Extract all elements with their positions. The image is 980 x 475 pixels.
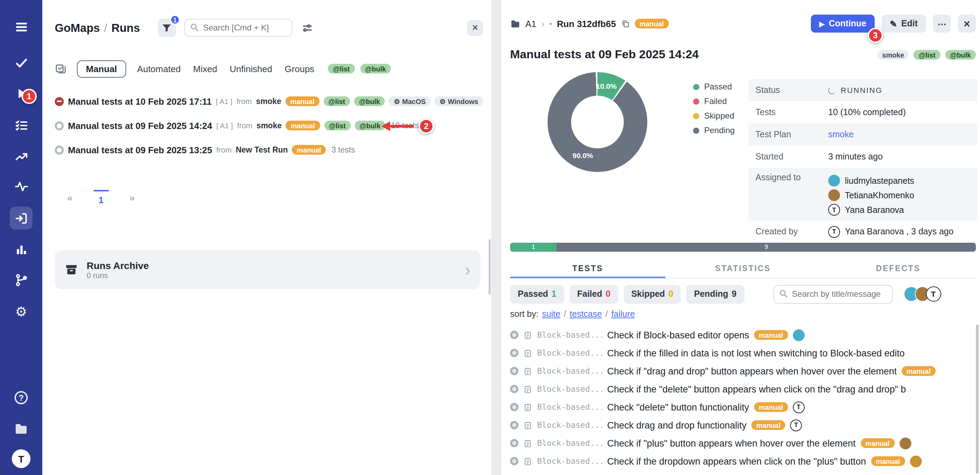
filter-count-badge: 1 [170,14,180,25]
run-env-badge: ⚙MacOS [389,96,431,106]
bulk-select-icon[interactable] [55,62,67,75]
test-row[interactable]: Block-based... Check if "plus" button ap… [510,434,977,452]
gear-icon: ⚙ [439,97,445,105]
legend-label: Failed [704,96,727,106]
pagination-next[interactable]: » [126,191,139,204]
breadcrumb-project[interactable]: A1 [525,18,536,29]
test-row[interactable]: Block-based... Check "delete" button fun… [510,398,977,416]
test-row[interactable]: Block-based... Check drag and drop funct… [510,416,977,434]
test-title[interactable]: Check if "drag and drop" button appears … [607,366,897,376]
assignee-avatar-stack[interactable]: T [908,286,941,302]
progress-segment-passed: 1 [510,243,557,252]
detail-row-tests: Tests 10 (10% completed) [749,101,977,123]
legend-dot [693,113,699,119]
tab-groups[interactable]: Groups [283,61,316,77]
results-donut-chart: 10.0% 90.0% [547,72,648,172]
tab-mixed[interactable]: Mixed [192,61,218,77]
test-status-icon [510,385,519,393]
run-detail-header: A1 › • Run 312dfb65 manual ▶ Continue ✎ … [510,14,976,33]
run-list-item[interactable]: Manual tests at 10 Feb 2025 17:11 [ A1 ]… [55,91,486,111]
pagination-prev[interactable]: « [63,191,77,204]
breadcrumb: GoMaps / Runs [55,21,140,34]
close-detail-button[interactable]: ✕ [958,14,976,33]
tab-automated[interactable]: Automated [136,61,182,77]
testcase-icon [523,438,532,448]
test-title[interactable]: Check if the filled in data is not lost … [607,348,904,358]
tab-statistics[interactable]: STATISTICS [665,258,821,278]
test-runs-active-icon[interactable] [10,207,33,230]
edit-button[interactable]: ✎ Edit [881,14,926,33]
sort-separator: / [605,309,608,319]
continue-button[interactable]: ▶ Continue [811,14,875,33]
test-status-icon [510,367,519,375]
test-title[interactable]: Check if Block-based editor opens [607,330,749,340]
run-type-badge: manual [635,19,668,29]
filter-skipped[interactable]: Skipped 0 [624,285,681,303]
left-panel-scrollbar[interactable] [488,239,491,295]
edit-label: Edit [901,19,918,29]
run-type-badge: manual [286,121,320,131]
filter-pending[interactable]: Pending 9 [686,285,745,303]
integrations-branch-icon[interactable] [13,271,30,289]
tests-search-input[interactable] [773,285,892,303]
run-progress-bar: 1 9 [510,243,976,252]
display-settings-icon[interactable] [299,19,316,36]
tests-check-icon[interactable] [13,54,30,72]
run-title: Manual tests at 10 Feb 2025 17:11 [68,96,212,107]
test-title[interactable]: Check "delete" button functionality [607,402,749,412]
donut-passed-label: 10.0% [596,82,617,90]
filter-button[interactable]: 1 [158,19,176,37]
user-avatar[interactable]: T [12,449,30,468]
close-panel-button[interactable]: ✕ [467,20,483,36]
projects-folder-icon[interactable] [13,420,30,438]
copy-icon[interactable] [620,19,630,28]
filter-failed[interactable]: Failed 0 [570,285,618,303]
close-icon: ✕ [472,23,479,33]
filter-passed[interactable]: Passed 1 [510,285,564,303]
sort-by-suite[interactable]: suite [542,309,560,319]
legend-dot [693,127,699,134]
tab-unfinished[interactable]: Unfinished [228,61,274,77]
tab-tests[interactable]: TESTS [510,258,665,278]
help-icon[interactable]: ? [13,389,30,406]
breadcrumb-app[interactable]: GoMaps [55,21,100,34]
more-button[interactable]: ⋯ [933,14,951,33]
test-title[interactable]: Check if the dropdown appears when click… [607,456,866,466]
test-title[interactable]: Check drag and drop functionality [607,420,746,430]
run-ref: [ A1 ] [216,97,232,105]
reports-bar-chart-icon[interactable] [13,241,30,258]
test-row[interactable]: Block-based... Check if the dropdown app… [510,452,977,470]
legend-failed: Failed [693,96,735,106]
tag-chip-list[interactable]: @list [328,64,355,73]
test-row[interactable]: Block-based... Check if "drag and drop" … [510,362,977,380]
test-row[interactable]: Block-based... [510,470,977,475]
more-icon: ⋯ [938,18,947,29]
pagination-page-1[interactable]: 1 [94,190,109,205]
tag-chip-bulk[interactable]: @bulk [360,64,391,73]
menu-icon[interactable] [13,18,30,35]
test-row[interactable]: Block-based... Check if the "delete" but… [510,380,977,398]
test-title[interactable]: Check if the "delete" button appears whe… [607,384,906,394]
tab-defects[interactable]: DEFECTS [821,258,976,278]
test-plan-link[interactable]: smoke [828,130,854,139]
sort-by-testcase[interactable]: testcase [570,309,602,319]
test-status-icon [510,421,519,429]
run-list-item[interactable]: Manual tests at 09 Feb 2025 13:25 from N… [55,140,486,159]
avatar: T [926,286,941,302]
sort-by-failure[interactable]: failure [611,309,635,319]
test-row[interactable]: Block-based... Check if the filled in da… [510,344,977,362]
activity-icon[interactable] [13,177,30,195]
tab-manual[interactable]: Manual [77,60,126,77]
test-row[interactable]: Block-based... Check if Block-based edit… [510,326,977,344]
legend-passed: Passed [693,82,735,91]
settings-gear-icon[interactable]: ⚙ [13,303,30,320]
tests-scrollbar[interactable] [976,325,978,473]
search-input[interactable] [185,19,293,37]
assignee-avatar [793,329,805,341]
breadcrumb-page[interactable]: Runs [111,21,140,34]
sort-separator: / [564,309,566,319]
test-title[interactable]: Check if "plus" button appears when hove… [607,438,856,448]
checklist-icon[interactable] [13,116,30,134]
trends-icon[interactable] [13,148,30,165]
runs-archive-row[interactable]: Runs Archive 0 runs › [55,250,480,289]
